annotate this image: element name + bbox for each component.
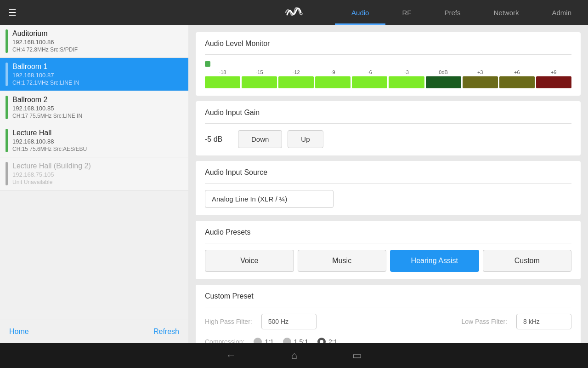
divider xyxy=(205,183,571,184)
device-ip-lecturehall: 192.168.100.88 xyxy=(12,138,87,145)
device-status-indicator xyxy=(6,63,8,86)
compression-1-5[interactable]: 1.5:1 xyxy=(283,338,308,343)
divider xyxy=(205,243,571,243)
device-name-lecturehall2: Lecture Hall (Building 2) xyxy=(12,162,91,170)
compression-label-2-1: 2:1 xyxy=(328,338,337,343)
home-button[interactable]: Home xyxy=(9,328,29,336)
compression-row: Compression: 1:1 1.5:1 2:1 xyxy=(205,338,571,343)
device-item-lecturehall2[interactable]: Lecture Hall (Building 2) 192.168.75.105… xyxy=(0,157,188,190)
device-status-indicator xyxy=(6,29,8,53)
radio-circle-2-1 xyxy=(317,338,326,343)
device-item-lecturehall[interactable]: Lecture Hall 192.168.100.88 CH:15 75.6MH… xyxy=(0,124,188,157)
gain-value: -5 dB xyxy=(205,135,232,144)
gain-row: -5 dB Down Up xyxy=(205,130,571,148)
device-ip-lecturehall2: 192.168.75.105 xyxy=(12,171,91,178)
device-status-indicator xyxy=(6,96,8,119)
device-item-auditorium[interactable]: Auditorium 192.168.100.86 CH:4 72.8MHz S… xyxy=(0,25,188,58)
level-label-18: -18 xyxy=(219,69,226,75)
audio-source-select[interactable]: Analog Line In (XLR / ¼) Digital (AES/EB… xyxy=(205,190,334,208)
compression-radio-group: 1:1 1.5:1 2:1 xyxy=(254,338,337,343)
tab-rf[interactable]: RF xyxy=(385,0,428,25)
app-logo xyxy=(285,6,303,19)
filter-row: High Pass Filter: Low Pass Filter: xyxy=(205,314,571,329)
custom-preset-grid: High Pass Filter: Low Pass Filter: Compr… xyxy=(205,314,571,343)
level-bar-3 xyxy=(389,76,424,88)
divider xyxy=(205,54,571,55)
high-pass-label: High Pass Filter: xyxy=(205,318,252,325)
hamburger-icon: ☰ xyxy=(8,7,17,18)
device-info-lecturehall2: Lecture Hall (Building 2) 192.168.75.105… xyxy=(12,162,91,185)
device-meta-auditorium: CH:4 72.8MHz Src:S/PDIF xyxy=(12,46,78,53)
device-item-ballroom2[interactable]: Ballroom 2 192.168.100.85 CH:17 75.5MHz … xyxy=(0,91,188,124)
main-area: Auditorium 192.168.100.86 CH:4 72.8MHz S… xyxy=(0,25,588,343)
presets-row: Voice Music Hearing Assist Custom xyxy=(205,250,571,272)
level-label-p6: +6 xyxy=(514,69,520,75)
level-bars-row: -18 -15 -12 -9 xyxy=(205,69,571,88)
device-info-auditorium: Auditorium 192.168.100.86 CH:4 72.8MHz S… xyxy=(12,29,78,53)
custom-preset-card: Custom Preset High Pass Filter: Low Pass… xyxy=(196,285,581,343)
device-name-auditorium: Auditorium xyxy=(12,29,78,38)
sidebar-footer: Home Refresh xyxy=(0,320,188,343)
recent-apps-button[interactable]: ▭ xyxy=(352,350,362,362)
level-label-p3: +3 xyxy=(477,69,483,75)
device-meta-ballroom2: CH:17 75.5MHz Src:LINE IN xyxy=(12,113,82,119)
logo-icon xyxy=(285,6,303,19)
level-label-6: -6 xyxy=(368,69,372,75)
device-info-lecturehall: Lecture Hall 192.168.100.88 CH:15 75.6MH… xyxy=(12,129,87,152)
device-meta-lecturehall: CH:15 75.6MHz Src:AES/EBU xyxy=(12,146,87,152)
device-item-ballroom1[interactable]: Ballroom 1 192.168.100.87 CH:1 72.1MHz S… xyxy=(0,58,188,91)
audio-presets-title: Audio Presets xyxy=(205,228,571,236)
divider xyxy=(205,123,571,124)
gain-down-button[interactable]: Down xyxy=(238,130,282,148)
audio-input-source-title: Audio Input Source xyxy=(205,168,571,177)
home-nav-button[interactable]: ⌂ xyxy=(291,350,297,362)
level-bar-9 xyxy=(315,76,351,88)
level-label-12: -12 xyxy=(293,69,300,75)
audio-input-gain-title: Audio Input Gain xyxy=(205,109,571,117)
device-status-indicator xyxy=(6,129,8,152)
audio-input-gain-card: Audio Input Gain -5 dB Down Up xyxy=(196,101,581,155)
main-content: Audio Level Monitor -18 -15 xyxy=(188,25,588,343)
hamburger-menu[interactable]: ☰ xyxy=(0,7,25,18)
tab-network[interactable]: Network xyxy=(477,0,535,25)
level-bar-p6 xyxy=(499,76,535,88)
refresh-button[interactable]: Refresh xyxy=(153,328,179,336)
preset-voice-button[interactable]: Voice xyxy=(205,250,294,272)
device-ip-auditorium: 192.168.100.86 xyxy=(12,39,78,46)
preset-custom-button[interactable]: Custom xyxy=(483,250,572,272)
level-bar-12 xyxy=(278,76,314,88)
level-bar-p3 xyxy=(463,76,498,88)
low-pass-label: Low Pass Filter: xyxy=(461,318,507,325)
gain-up-button[interactable]: Up xyxy=(288,130,323,148)
tab-admin[interactable]: Admin xyxy=(535,0,588,25)
device-meta-lecturehall2: Unit Unavailable xyxy=(12,179,91,185)
low-pass-input[interactable] xyxy=(516,314,571,329)
device-name-ballroom2: Ballroom 2 xyxy=(12,96,82,104)
level-label-9: -9 xyxy=(331,69,335,75)
compression-label-1-1: 1:1 xyxy=(265,338,273,343)
preset-hearing-assist-button[interactable]: Hearing Assist xyxy=(390,250,479,272)
level-bar-p9 xyxy=(536,76,571,88)
level-label-3: -3 xyxy=(404,69,409,75)
compression-2-1[interactable]: 2:1 xyxy=(317,338,337,343)
device-name-ballroom1: Ballroom 1 xyxy=(12,63,79,71)
level-dot xyxy=(205,61,210,67)
level-monitor: -18 -15 -12 -9 xyxy=(205,61,571,88)
preset-music-button[interactable]: Music xyxy=(298,250,387,272)
tab-audio[interactable]: Audio xyxy=(335,0,385,25)
top-navigation: ☰ Audio RF Prefs Network Admin xyxy=(0,0,588,25)
level-bar-0 xyxy=(426,76,461,88)
device-info-ballroom2: Ballroom 2 192.168.100.85 CH:17 75.5MHz … xyxy=(12,96,82,119)
audio-level-monitor-title: Audio Level Monitor xyxy=(205,40,571,48)
divider xyxy=(205,307,571,307)
device-ip-ballroom1: 192.168.100.87 xyxy=(12,72,79,79)
level-bar-15 xyxy=(242,76,277,88)
high-pass-input[interactable] xyxy=(261,314,317,329)
audio-input-source-card: Audio Input Source Analog Line In (XLR /… xyxy=(196,161,581,215)
level-label-p9: +9 xyxy=(551,69,557,75)
custom-preset-title: Custom Preset xyxy=(205,292,571,300)
back-button[interactable]: ← xyxy=(226,350,236,362)
compression-1-1[interactable]: 1:1 xyxy=(254,338,273,343)
compression-label-1-5: 1.5:1 xyxy=(294,338,308,343)
tab-prefs[interactable]: Prefs xyxy=(428,0,477,25)
